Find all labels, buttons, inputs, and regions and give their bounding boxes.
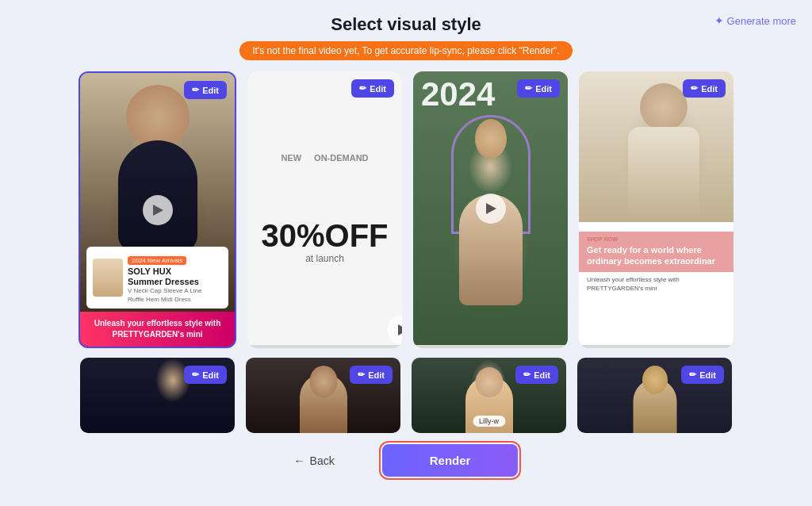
render-button[interactable]: Render <box>382 444 519 477</box>
edit-icon-bc3: ✏ <box>523 370 530 380</box>
launch-text: at launch <box>305 253 344 264</box>
tab-new: NEW <box>281 153 301 163</box>
tab-ondemand: ON-DEMAND <box>314 153 368 163</box>
sparkle-icon: ✦ <box>714 14 724 27</box>
generate-more-label: Generate more <box>727 15 796 27</box>
bottom-card-1-edit-button[interactable]: ✏ Edit <box>184 366 227 384</box>
card-2-content: NEW ON-DEMAND 30%OFF at launch <box>247 71 402 345</box>
bottom-card-3[interactable]: Lilly-w ✏ Edit <box>412 358 566 433</box>
card-1-edit-button[interactable]: ✏ Edit <box>184 81 227 99</box>
product-detail2: Ruffle Hem Midi Dress <box>128 296 222 304</box>
card-4-white-text: Unleash your effortless style with PRETT… <box>579 272 733 297</box>
product-detail1: V Neck Cap Sleeve A Line <box>128 287 222 295</box>
back-button[interactable]: ← Back <box>294 454 335 467</box>
card-1-play-button[interactable] <box>143 195 173 225</box>
card-2[interactable]: ✏ Edit NEW ON-DEMAND 30%OFF at launch Un… <box>247 71 402 348</box>
card-4-pink-title: Get ready for a world where ordinary bec… <box>587 244 726 267</box>
notice-banner: It's not the final video yet, To get acc… <box>239 41 572 60</box>
card-1-bottom-text: Unleash your effortless style with PRETT… <box>80 312 235 347</box>
card-4[interactable]: ✏ Edit SHOP NOW Get ready for a world wh… <box>579 71 733 348</box>
card-2-preview: ✏ Edit NEW ON-DEMAND 30%OFF at launch Un… <box>247 71 402 345</box>
product-name: Summer Dresses <box>128 277 222 287</box>
shop-now-pink: SHOP NOW <box>587 236 726 242</box>
bottom-card-2[interactable]: ✏ Edit <box>246 358 400 433</box>
product-info-box: 2024 New Arrivals SOLY HUX Summer Dresse… <box>86 247 228 309</box>
product-badge: 2024 New Arrivals <box>128 256 186 265</box>
card-1[interactable]: ✏ Edit 2024 New Arrivals SOLY HUX <box>79 71 236 348</box>
product-text: 2024 New Arrivals SOLY HUX Summer Dresse… <box>128 251 222 304</box>
edit-icon-3: ✏ <box>525 83 532 94</box>
card-4-preview: ✏ Edit SHOP NOW Get ready for a world wh… <box>579 71 733 345</box>
page-title: Select visual style <box>331 14 481 35</box>
product-thumbnail <box>93 259 123 297</box>
bottom-card-4[interactable]: ✏ Edit <box>577 358 732 433</box>
edit-icon-bc1: ✏ <box>192 370 199 380</box>
card-3[interactable]: ✏ Edit 2024 SHOP NOW YOUNG FOREVER <box>413 71 568 348</box>
card-4-edit-button[interactable]: ✏ Edit <box>683 79 726 98</box>
edit-icon-bc4: ✏ <box>689 370 696 380</box>
edit-icon-4: ✏ <box>691 83 698 94</box>
card-3-preview: ✏ Edit 2024 SHOP NOW YOUNG FOREVER <box>413 71 568 345</box>
discount-text: 30%OFF <box>261 220 388 251</box>
bottom-card-1[interactable]: ✏ Edit <box>80 358 235 433</box>
cards-row-bottom: ✏ Edit ✏ Edit Lilly-w ✏ Edit <box>16 358 796 433</box>
cards-row-top: ✏ Edit 2024 New Arrivals SOLY HUX <box>16 71 796 348</box>
card-1-preview: ✏ Edit 2024 New Arrivals SOLY HUX <box>80 73 235 347</box>
torn-edge <box>579 222 733 232</box>
card-3-edit-button[interactable]: ✏ Edit <box>517 79 560 98</box>
card-2-play-button[interactable] <box>387 315 402 345</box>
footer-bar: ← Back Render <box>16 444 796 485</box>
lilly-label: Lilly-w <box>473 416 505 427</box>
edit-icon-bc2: ✏ <box>358 370 365 380</box>
year-text: 2024 <box>421 78 495 111</box>
bottom-card-4-edit-button[interactable]: ✏ Edit <box>681 366 724 384</box>
edit-icon: ✏ <box>192 85 199 95</box>
card-2-tabs: NEW ON-DEMAND <box>281 153 368 163</box>
edit-icon-2: ✏ <box>359 83 366 94</box>
bottom-card-3-edit-button[interactable]: ✏ Edit <box>515 366 558 384</box>
card-4-pink-section: SHOP NOW Get ready for a world where ord… <box>579 232 733 272</box>
card-3-play-button[interactable] <box>476 194 506 224</box>
card-2-edit-button[interactable]: ✏ Edit <box>351 79 394 98</box>
bottom-card-2-edit-button[interactable]: ✏ Edit <box>350 366 393 384</box>
back-label: Back <box>310 454 335 467</box>
render-label: Render <box>430 454 471 467</box>
product-brand: SOLY HUX <box>128 266 222 277</box>
back-arrow-icon: ← <box>294 454 305 467</box>
generate-more-button[interactable]: ✦ Generate more <box>714 14 796 27</box>
card-1-overlay: 2024 New Arrivals SOLY HUX Summer Dresse… <box>80 247 235 347</box>
page-container: Select visual style It's not the final v… <box>0 0 812 506</box>
